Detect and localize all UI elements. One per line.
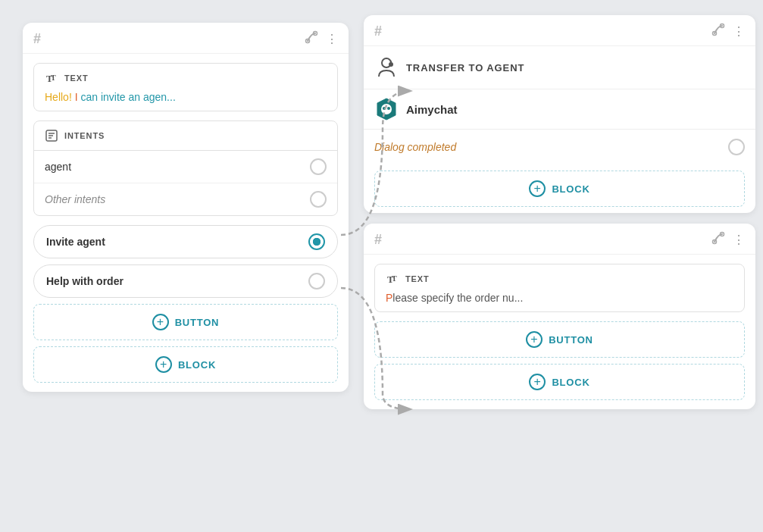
aimychat-row: Aimychat [364,89,755,130]
svg-text:T: T [51,74,57,82]
path-icon-right-top[interactable] [711,23,725,39]
right-top-card: # ⋮ [364,15,755,213]
intent-row-other[interactable]: Other intents [34,183,337,215]
dialog-completed-row: Dialog completed [364,130,755,164]
text-rest: can invite an agen... [78,91,176,103]
aimychat-logo-icon [374,97,399,121]
add-button-label-right-bottom: BUTTON [549,334,593,346]
text-p: P [386,292,392,304]
add-block-plus-icon-left: + [155,356,172,373]
dialog-completed-radio[interactable] [728,139,745,155]
agent-icon [374,55,399,80]
add-block-row-left[interactable]: + BLOCK [33,346,338,383]
intents-icon [45,129,58,142]
intent-radio-other[interactable] [310,191,327,208]
add-button-plus-icon-right-bottom: + [526,331,543,348]
pill-button-invite[interactable]: Invite agent [33,225,338,258]
path-icon-left[interactable] [305,30,318,47]
add-button-row[interactable]: + BUTTON [33,304,338,340]
left-card: # ⋮ [23,23,349,392]
pill-button-help[interactable]: Help with order [33,264,338,298]
intent-label-other: Other intents [45,193,105,205]
add-block-label-right-bottom: BLOCK [552,377,589,388]
add-block-row-right-top[interactable]: + BLOCK [374,171,745,207]
text-content-right-bottom: Please specify the order nu... [386,292,733,304]
svg-text:T: T [392,274,398,283]
more-vert-icon-right-bottom[interactable]: ⋮ [733,233,745,247]
svg-point-16 [387,107,390,110]
right-bottom-card: # ⋮ [364,224,755,409]
dialog-completed-label: Dialog completed [374,141,456,153]
left-card-header: # ⋮ [23,23,349,54]
svg-point-15 [383,107,386,110]
add-block-plus-icon-right-bottom: + [529,374,546,390]
add-button-label: BUTTON [175,317,220,328]
add-button-row-right-bottom[interactable]: + BUTTON [374,321,745,358]
more-vert-icon-left[interactable]: ⋮ [326,32,338,46]
text-block-left: T T TEXT Hello! I can invite an agen... [33,63,338,111]
text-icon-left: T T [45,71,58,85]
path-icon-right-bottom[interactable] [711,231,725,248]
add-block-plus-icon-right-top: + [529,180,546,197]
right-top-card-header: # ⋮ [364,15,755,46]
add-button-plus-icon: + [152,314,169,330]
pill-radio-help[interactable] [308,273,325,289]
add-block-label-right-top: BLOCK [552,183,589,195]
text-block-right-bottom: T T TEXT Please specify the order nu... [374,264,745,312]
add-block-label-left: BLOCK [178,359,216,371]
pill-radio-invite[interactable] [308,233,325,250]
hash-icon-right-bottom: # [374,232,382,248]
intent-label-agent: agent [45,161,71,173]
aimychat-label: Aimychat [406,103,458,116]
transfer-label: TRANSFER TO AGENT [406,62,524,74]
svg-point-14 [381,104,392,114]
hash-icon-left: # [33,31,41,47]
right-bottom-card-header: # ⋮ [364,224,755,255]
transfer-to-agent-row: TRANSFER TO AGENT [364,46,755,89]
text-icon-right-bottom: T T [386,272,399,286]
text-block-label-left: T T TEXT [45,71,327,85]
intents-block: INTENTS agent Other intents [33,120,338,216]
hash-icon-right-top: # [374,23,382,39]
text-order: lease specify the order nu... [392,292,523,304]
more-vert-icon-right-top[interactable]: ⋮ [733,24,745,39]
right-cards-container: # ⋮ [364,15,755,409]
add-block-row-right-bottom[interactable]: + BLOCK [374,364,745,400]
intents-header: INTENTS [34,121,337,151]
svg-point-11 [389,62,393,67]
text-block-label-right-bottom: T T TEXT [386,272,733,286]
intent-row-agent[interactable]: agent [34,151,337,183]
text-content-left: Hello! I can invite an agen... [45,91,327,103]
text-hello: Hello! [45,91,75,103]
intent-radio-agent[interactable] [310,158,327,175]
